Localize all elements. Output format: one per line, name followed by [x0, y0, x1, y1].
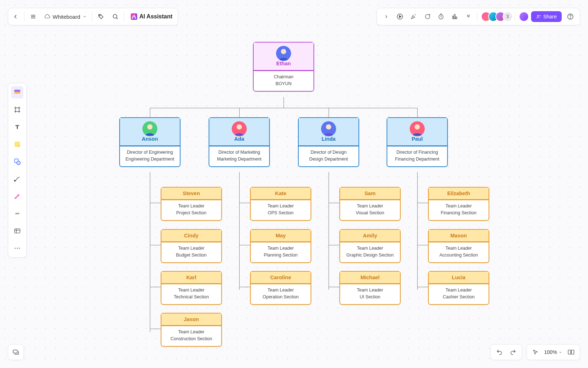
- node-title: Team Leader: [430, 245, 487, 252]
- node-title: Team Leader: [252, 245, 309, 252]
- avatar-icon: [232, 121, 247, 136]
- node-section: Accounting Section: [430, 252, 487, 259]
- node-title: Team Leader: [163, 203, 220, 210]
- connector: [239, 245, 250, 245]
- node-name: Mason: [450, 233, 467, 238]
- connector: [150, 329, 161, 329]
- node-section: Cashier Section: [430, 294, 487, 301]
- node-section: OPS Section: [252, 210, 309, 216]
- node-title: Director of Engineering: [121, 149, 178, 156]
- connector: [150, 203, 161, 203]
- org-node-leaf[interactable]: StevenTeam LeaderProject Section: [161, 187, 222, 221]
- connector: [417, 172, 418, 290]
- org-node-leaf[interactable]: MichaelTeam LeaderUI Section: [339, 271, 401, 305]
- node-title: Director of Financing: [389, 149, 446, 156]
- org-node-director[interactable]: Anson Director of EngineeringEngineering…: [119, 117, 181, 167]
- node-name: Caroline: [270, 275, 291, 280]
- node-name: Paul: [412, 136, 423, 142]
- node-section: Operation Section: [252, 294, 309, 301]
- node-section: Visual Section: [342, 210, 398, 216]
- node-section: Construction Section: [163, 336, 220, 342]
- org-node-leaf[interactable]: MayTeam LeaderPlanning Section: [250, 229, 311, 263]
- node-name: Ada: [234, 136, 244, 142]
- node-title: Team Leader: [163, 245, 220, 252]
- node-dept: Engineering Department: [121, 156, 178, 163]
- avatar-icon: [321, 121, 336, 136]
- connector: [239, 172, 240, 290]
- connector: [150, 245, 161, 245]
- connector: [329, 245, 339, 245]
- node-title: Team Leader: [342, 203, 398, 210]
- svg-point-37: [147, 124, 153, 130]
- connector: [284, 97, 284, 108]
- org-node-director[interactable]: Ada Director of MarketingMarketing Depar…: [209, 117, 270, 167]
- org-node-leaf[interactable]: KarlTeam LeaderTechnical Section: [161, 271, 222, 305]
- node-title: Team Leader: [163, 287, 220, 294]
- node-name: Jason: [184, 316, 199, 322]
- org-node-leaf[interactable]: EilzabethTeam LeaderFinancing Section: [428, 187, 489, 221]
- node-name: Cindy: [184, 233, 199, 238]
- connector: [239, 108, 240, 117]
- connector: [329, 287, 339, 287]
- node-dept: BOYUN: [255, 80, 312, 87]
- org-chart-canvas[interactable]: Ethan Chairman BOYUN Anson Director of E…: [0, 0, 588, 368]
- node-section: Planning Section: [252, 252, 309, 259]
- node-section: Financing Section: [430, 210, 487, 216]
- node-title: Director of Marketing: [211, 149, 268, 156]
- node-section: UI Section: [342, 294, 398, 301]
- connector: [417, 245, 428, 245]
- node-dept: Financing Department: [389, 156, 446, 163]
- connector: [150, 108, 150, 117]
- node-name: Ethan: [276, 61, 291, 66]
- svg-point-39: [237, 124, 242, 130]
- org-node-director[interactable]: Linda Director of DesignDesign Departmen…: [298, 117, 359, 167]
- connector: [150, 108, 417, 108]
- node-name: Karl: [186, 275, 196, 280]
- connector: [239, 287, 250, 287]
- node-dept: Design Department: [300, 156, 357, 163]
- node-title: Team Leader: [342, 245, 398, 252]
- node-name: Linda: [322, 136, 336, 142]
- org-node-leaf[interactable]: SamTeam LeaderVisual Section: [339, 187, 401, 221]
- node-section: Budget Section: [163, 252, 220, 259]
- svg-point-35: [281, 49, 286, 54]
- connector: [329, 108, 329, 117]
- org-node-leaf[interactable]: MasonTeam LeaderAccounting Section: [428, 229, 489, 263]
- node-name: Lucia: [452, 275, 466, 280]
- connector: [239, 203, 250, 203]
- org-node-leaf[interactable]: AmilyTeam LeaderGraphic Design Section: [339, 229, 401, 263]
- connector: [150, 287, 161, 287]
- org-node-root[interactable]: Ethan Chairman BOYUN: [253, 42, 314, 92]
- node-title: Team Leader: [163, 329, 220, 336]
- connector: [417, 287, 428, 287]
- node-name: Anson: [142, 136, 158, 142]
- node-title: Team Leader: [430, 287, 487, 294]
- node-title: Team Leader: [430, 203, 487, 210]
- node-name: May: [276, 233, 286, 238]
- node-name: Michael: [360, 275, 379, 280]
- node-title: Team Leader: [342, 287, 398, 294]
- org-node-leaf[interactable]: KateTeam LeaderOPS Section: [250, 187, 311, 221]
- node-section: Technical Section: [163, 294, 220, 301]
- avatar-icon: [276, 46, 291, 61]
- svg-point-41: [326, 124, 331, 130]
- node-dept: Marketing Department: [211, 156, 268, 163]
- org-node-leaf[interactable]: CindyTeam LeaderBudget Section: [161, 229, 222, 263]
- node-name: Sam: [365, 190, 376, 196]
- svg-point-43: [415, 124, 420, 130]
- org-node-leaf[interactable]: LuciaTeam LeaderCashier Section: [428, 271, 489, 305]
- org-node-director[interactable]: Paul Director of FinancingFinancing Depa…: [387, 117, 448, 167]
- node-name: Steven: [183, 190, 200, 196]
- node-name: Kate: [275, 190, 286, 196]
- node-title: Chairman: [255, 74, 312, 80]
- node-title: Team Leader: [252, 287, 309, 294]
- connector: [329, 203, 339, 203]
- node-section: Project Section: [163, 210, 220, 216]
- avatar-icon: [142, 121, 157, 136]
- org-node-leaf[interactable]: CarolineTeam LeaderOperation Section: [250, 271, 311, 305]
- connector: [329, 172, 329, 290]
- connector: [417, 203, 428, 203]
- connector: [150, 172, 150, 332]
- org-node-leaf[interactable]: JasonTeam LeaderConstruction Section: [161, 313, 222, 347]
- avatar-icon: [410, 121, 425, 136]
